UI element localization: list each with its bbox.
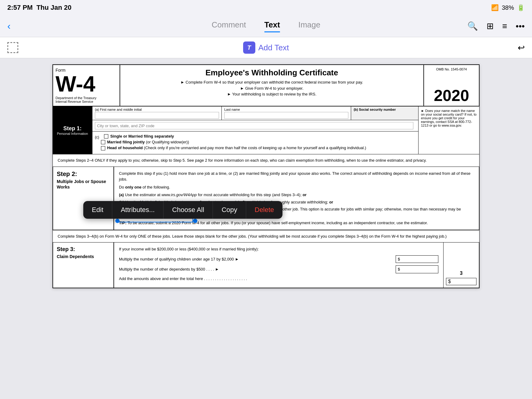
- ssn-note: ► Does your name match the name on your …: [418, 106, 479, 154]
- context-copy[interactable]: Copy: [213, 201, 246, 219]
- step3-title: Claim Dependents: [57, 254, 110, 259]
- step1-section: Step 1: Personal Information (a) First n…: [52, 106, 480, 154]
- step2-content: Complete this step if you (1) hold more …: [114, 167, 479, 230]
- step3-row-1: Multiply the number of qualifying childr…: [119, 255, 438, 263]
- ssn-label: (b) Social security number: [354, 108, 416, 111]
- context-edit[interactable]: Edit: [83, 201, 112, 219]
- last-name-label: Last name: [224, 108, 348, 111]
- checkbox-married[interactable]: [101, 140, 105, 144]
- selection-handle-right[interactable]: [193, 219, 197, 223]
- selection-marquee: [7, 42, 18, 53]
- toolbar: ‹ Comment Text Image 🔍 ⊞ ≡ •••: [0, 15, 532, 37]
- status-time: 2:57 PM Thu Jan 20: [7, 4, 71, 12]
- step2-title: Multiple Jobs or Spouse Works: [57, 179, 110, 190]
- document-area: Form W-4 Department of the Treasury Inte…: [0, 58, 532, 294]
- wifi-icon: 📶: [491, 4, 499, 11]
- filing-option-1: Single or Married filing separately: [104, 134, 174, 138]
- undo-button[interactable]: ↩: [518, 43, 525, 53]
- tab-comment[interactable]: Comment: [212, 20, 246, 32]
- filing-label-c: (c): [95, 135, 99, 139]
- step3-total-field[interactable]: [451, 279, 472, 284]
- checkbox-single[interactable]: [104, 134, 108, 138]
- ssn-field: (b) Social security number: [351, 106, 418, 120]
- dependents-dollar-input[interactable]: $: [396, 265, 438, 273]
- form-instructions: ► Complete Form W-4 so that your employe…: [126, 79, 417, 97]
- step3-number: Step 3:: [57, 246, 110, 253]
- step3-row-3: Add the amounts above and enter the tota…: [119, 276, 438, 282]
- step3-row-number: 3: [460, 271, 463, 276]
- form-dept: Department of the Treasury Internal Reve…: [56, 96, 117, 103]
- step3-row-2: Multiply the number of other dependents …: [119, 265, 438, 273]
- status-bar: 2:57 PM Thu Jan 20 📶 38% 🔋: [0, 0, 532, 15]
- step3-section: Step 3: Claim Dependents If your income …: [52, 243, 480, 288]
- step2-tip: TIP: To be accurate, submit a 2020 Form …: [119, 220, 474, 226]
- form-header-center: Employee's Withholding Certificate ► Com…: [120, 65, 424, 106]
- more-icon[interactable]: •••: [516, 21, 525, 31]
- address-row: [92, 120, 418, 131]
- list-icon[interactable]: ≡: [502, 21, 507, 31]
- step2-number: Step 2:: [57, 171, 110, 178]
- step3-right: 3 $: [443, 243, 479, 288]
- add-text-icon: T: [243, 41, 255, 54]
- step3-intro: If your income will be $200,000 or less …: [119, 246, 438, 252]
- last-name-input[interactable]: [224, 112, 348, 119]
- form-title: Employee's Withholding Certificate: [126, 68, 417, 77]
- search-icon[interactable]: 🔍: [467, 21, 478, 31]
- context-menu: Edit Attributes... Choose All Copy Delet…: [83, 201, 282, 219]
- add-text-bar: T Add Text ↩: [0, 37, 532, 58]
- battery-indicator: 38%: [502, 4, 514, 11]
- step3-total-input[interactable]: $: [446, 278, 476, 285]
- step2-do-only: Do only one of the following.: [119, 184, 474, 190]
- checkbox-head[interactable]: [101, 146, 105, 150]
- toolbar-right-icons: 🔍 ⊞ ≡ •••: [467, 21, 525, 31]
- first-name-field: (a) First name and middle initial: [92, 106, 222, 120]
- name-row: (a) First name and middle initial Last n…: [92, 106, 418, 120]
- filing-option-3: Head of household (Check only if you're …: [101, 146, 366, 150]
- back-button[interactable]: ‹: [7, 20, 11, 32]
- context-attributes[interactable]: Attributes...: [112, 201, 164, 219]
- toolbar-tabs: Comment Text Image: [212, 20, 321, 32]
- complete-note: Complete Steps 2–4 ONLY if they apply to…: [52, 154, 480, 167]
- tab-text[interactable]: Text: [264, 20, 280, 32]
- children-dollar-input[interactable]: $: [396, 255, 438, 263]
- step2-item-a: (a) Use the estimator at www.irs.gov/W4A…: [119, 192, 474, 198]
- first-name-input[interactable]: [95, 112, 219, 119]
- context-choose-all[interactable]: Choose All: [164, 201, 213, 219]
- step34-note: Complete Steps 3–4(b) on Form W-4 for on…: [52, 230, 480, 243]
- status-indicators: 📶 38% 🔋: [491, 4, 525, 11]
- dollar-sign-1: $: [398, 256, 400, 262]
- step2-label: Step 2: Multiple Jobs or Spouse Works: [53, 167, 114, 230]
- tab-image[interactable]: Image: [298, 20, 320, 32]
- step1-number: Step 1:: [63, 125, 81, 132]
- step2-intro: Complete this step if you (1) hold more …: [119, 171, 474, 182]
- children-amount-input[interactable]: [400, 257, 430, 261]
- address-input[interactable]: [95, 122, 413, 129]
- grid-icon[interactable]: ⊞: [487, 21, 494, 31]
- filing-option-2: Married filing jointly (or Qualifying wi…: [101, 140, 189, 144]
- last-name-field: Last name: [222, 106, 351, 120]
- form-label: Form W-4: [56, 67, 117, 95]
- context-delete[interactable]: Delete: [246, 201, 283, 219]
- dollar-sign-3: $: [448, 279, 451, 284]
- battery-icon: 🔋: [517, 4, 525, 11]
- form-header: Form W-4 Department of the Treasury Inte…: [52, 64, 480, 106]
- form-header-right: OMB No. 1545-0074 2020: [424, 65, 479, 106]
- dependents-amount-input[interactable]: [400, 267, 430, 271]
- form-code: W-4: [56, 73, 117, 95]
- add-text-label: Add Text: [258, 43, 289, 52]
- dollar-sign-2: $: [398, 266, 400, 272]
- step3-label: Step 3: Claim Dependents: [53, 243, 114, 288]
- selection-handle-left[interactable]: [115, 219, 120, 223]
- year-2020: 2020: [434, 88, 469, 103]
- form-w4: Form W-4 Department of the Treasury Inte…: [52, 64, 480, 288]
- first-name-label: (a) First name and middle initial: [95, 108, 219, 111]
- form-header-left: Form W-4 Department of the Treasury Inte…: [53, 65, 120, 106]
- step1-label: Step 1: Personal Information: [53, 106, 92, 154]
- filing-status-row: (c) Single or Married filing separately …: [92, 131, 418, 154]
- omb-text: OMB No. 1545-0074: [436, 67, 467, 71]
- step1-fields: (a) First name and middle initial Last n…: [92, 106, 418, 154]
- add-text-button[interactable]: T Add Text: [243, 41, 289, 54]
- step3-content: If your income will be $200,000 or less …: [114, 243, 443, 288]
- step1-sublabel: Personal Information: [57, 132, 88, 135]
